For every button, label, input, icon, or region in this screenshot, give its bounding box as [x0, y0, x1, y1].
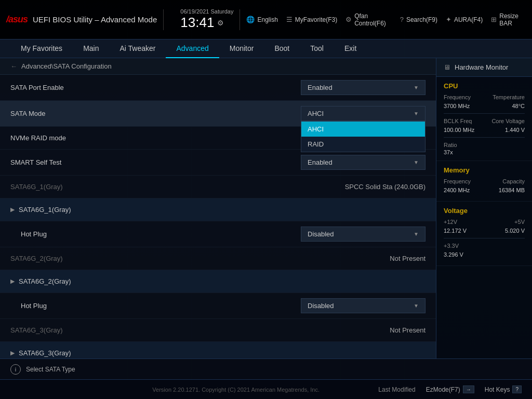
hardware-monitor-panel: 🖥 Hardware Monitor CPU Frequency Tempera…: [436, 58, 532, 358]
hw-volt-33-val-row: 3.296 V: [444, 251, 525, 258]
settings-list: SATA Port Enable Enabled ▼ SATA Mode AHC…: [0, 75, 436, 358]
hw-cpu-title: CPU: [444, 82, 525, 90]
hot-plug-1-dropdown[interactable]: Disabled ▼: [301, 227, 425, 242]
expand-arrow-2: ▶: [10, 278, 15, 285]
hw-divider-2: [444, 137, 525, 138]
nav-advanced[interactable]: Advanced: [166, 39, 219, 58]
time-area: 13:41 ⚙: [180, 15, 233, 31]
nav-ai-tweaker[interactable]: Ai Tweaker: [109, 39, 166, 58]
logo-area: /asus UEFI BIOS Utility – Advanced Mode: [6, 14, 157, 25]
sata-mode-dropdown[interactable]: AHCI ▼ AHCI RAID: [301, 106, 425, 121]
version-text: Version 2.20.1271. Copyright (C) 2021 Am…: [94, 387, 378, 393]
hot-plug-2-btn[interactable]: Disabled ▼: [301, 298, 425, 313]
hw-ratio-label: Ratio: [444, 142, 525, 148]
sata6g1-section-row[interactable]: ▶ SATA6G_1(Gray): [0, 198, 436, 221]
hw-cpu-temp-value: 48°C: [512, 103, 525, 109]
sata6g1-info-label: SATA6G_1(Gray): [10, 183, 345, 191]
hw-v5-label: +5V: [514, 219, 525, 225]
nav-monitor[interactable]: Monitor: [219, 39, 264, 58]
hot-plug-1-label: Hot Plug: [21, 230, 301, 238]
fan-icon: ⚙: [345, 16, 352, 23]
hw-monitor-title: 🖥 Hardware Monitor: [436, 58, 532, 77]
hw-bclk-val-row: 100.00 MHz 1.440 V: [444, 127, 525, 133]
hot-keys-btn[interactable]: Hot Keys ?: [485, 385, 522, 393]
hw-cpu-freq-val-row: 3700 MHz 48°C: [444, 103, 525, 109]
dropdown-arrow-2: ▼: [414, 111, 419, 116]
toolbar: 🌐 English ☰ MyFavorite(F3) ⚙ Qfan Contro…: [246, 12, 526, 27]
datetime-area: 06/19/2021 Saturday 13:41 ⚙: [180, 8, 233, 31]
hw-v33-value: 3.296 V: [444, 251, 463, 258]
hw-core-volt-value: 1.440 V: [505, 127, 525, 133]
search-btn[interactable]: ? Search(F9): [400, 16, 437, 23]
dropdown-arrow-3: ▼: [414, 159, 419, 165]
sata6g3-info-label: SATA6G_3(Gray): [10, 326, 390, 334]
favorite-icon: ☰: [286, 16, 292, 23]
sata-port-enable-dropdown[interactable]: Enabled ▼: [301, 80, 425, 95]
smart-self-test-row: SMART Self Test Enabled ▼: [0, 150, 436, 176]
sata6g3-section-row[interactable]: ▶ SATA6G_3(Gray): [0, 342, 436, 358]
sata-mode-btn[interactable]: AHCI ▼: [301, 106, 425, 121]
hw-mem-freq-value: 2400 MHz: [444, 187, 470, 193]
monitor-icon: 🖥: [444, 63, 450, 71]
breadcrumb: ← Advanced\SATA Configuration: [0, 58, 436, 75]
hw-voltage-title: Voltage: [444, 207, 525, 215]
hw-bclk-label: BCLK Freq: [444, 118, 472, 124]
nav-tool[interactable]: Tool: [300, 39, 334, 58]
sata-port-enable-btn[interactable]: Enabled ▼: [301, 80, 425, 95]
divider-1: [163, 9, 164, 30]
last-modified-text: Last Modified: [378, 386, 415, 393]
hot-keys-badge: ?: [512, 385, 522, 393]
sata6g1-info-row: SATA6G_1(Gray) SPCC Solid Sta (240.0GB): [0, 176, 436, 198]
sata-mode-row: SATA Mode AHCI ▼ AHCI RAID: [0, 101, 436, 127]
sata-mode-label: SATA Mode: [10, 110, 301, 117]
hot-plug-1-row: Hot Plug Disabled ▼: [0, 221, 436, 247]
bottom-actions: Last Modified EzMode(F7) → Hot Keys ?: [378, 385, 522, 393]
hw-v12-label: +12V: [444, 219, 457, 225]
bios-title: UEFI BIOS Utility – Advanced Mode: [33, 15, 157, 24]
nav-boot[interactable]: Boot: [264, 39, 300, 58]
hw-mem-labels-row: Frequency Capacity: [444, 178, 525, 184]
dropdown-arrow-4: ▼: [414, 231, 419, 237]
my-favorite-btn[interactable]: ☰ MyFavorite(F3): [286, 16, 337, 23]
ez-mode-arrow: →: [463, 385, 474, 393]
time-display: 13:41: [180, 15, 214, 31]
hw-cpu-section: CPU Frequency Temperature 3700 MHz 48°C …: [436, 77, 532, 161]
hot-plug-1-btn[interactable]: Disabled ▼: [301, 227, 425, 242]
main-layout: ← Advanced\SATA Configuration SATA Port …: [0, 58, 532, 358]
hw-voltage-section: Voltage +12V +5V 12.172 V 5.020 V +3.3V …: [436, 202, 532, 266]
hw-cpu-freq-row: Frequency Temperature: [444, 94, 525, 100]
hw-memory-title: Memory: [444, 166, 525, 174]
hw-mem-cap-label: Capacity: [502, 178, 525, 184]
hw-cpu-temp-label: Temperature: [493, 94, 525, 100]
nav-exit[interactable]: Exit: [334, 39, 367, 58]
qfan-btn[interactable]: ⚙ Qfan Control(F6): [345, 12, 392, 27]
settings-icon[interactable]: ⚙: [217, 19, 224, 27]
ez-mode-btn[interactable]: EzMode(F7) →: [426, 385, 474, 393]
divider-2: [240, 9, 240, 30]
hw-ratio-value: 37x: [444, 149, 525, 155]
hot-plug-2-dropdown[interactable]: Disabled ▼: [301, 298, 425, 313]
sata-mode-ahci[interactable]: AHCI: [301, 122, 425, 137]
sata6g3-info-row: SATA6G_3(Gray) Not Present: [0, 319, 436, 342]
hw-volt-12-row: +12V +5V: [444, 219, 525, 225]
status-bar: i Select SATA Type: [0, 358, 532, 379]
expand-arrow-1: ▶: [10, 206, 15, 213]
sata-mode-raid[interactable]: RAID: [301, 137, 425, 152]
aura-btn[interactable]: ✦ AURA(F4): [446, 16, 483, 23]
nav-my-favorites[interactable]: My Favorites: [10, 39, 73, 58]
nav-main[interactable]: Main: [73, 39, 109, 58]
resize-bar-btn[interactable]: ⊞ Resize BAR: [491, 12, 526, 27]
smart-self-test-dropdown[interactable]: Enabled ▼: [301, 155, 425, 170]
globe-icon: 🌐: [246, 16, 255, 23]
resize-icon: ⊞: [491, 16, 497, 23]
sata6g2-info-row: SATA6G_2(Gray) Not Present: [0, 247, 436, 270]
back-arrow[interactable]: ←: [10, 62, 17, 70]
hw-v5-value: 5.020 V: [505, 228, 525, 234]
hw-v33-label: +3.3V: [444, 243, 459, 249]
sata6g2-section-row[interactable]: ▶ SATA6G_2(Gray): [0, 270, 436, 293]
hw-divider-3: [444, 238, 525, 238]
hw-bclk-value: 100.00 MHz: [444, 127, 474, 133]
hw-volt-33-row: +3.3V: [444, 243, 525, 249]
smart-self-test-btn[interactable]: Enabled ▼: [301, 155, 425, 170]
language-selector[interactable]: 🌐 English: [246, 16, 277, 23]
